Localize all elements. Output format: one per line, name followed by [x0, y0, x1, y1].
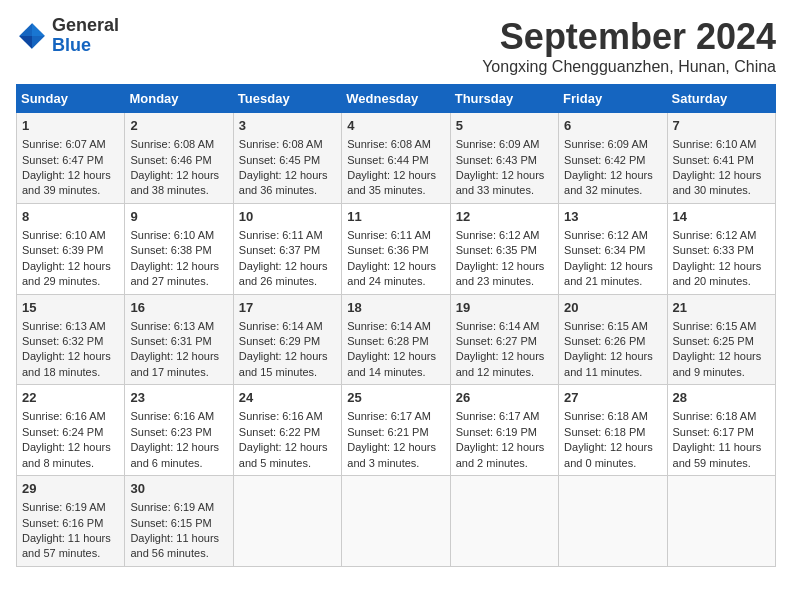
- day-info-line: Sunset: 6:31 PM: [130, 334, 227, 349]
- day-info-line: Sunrise: 6:10 AM: [22, 228, 119, 243]
- day-number: 14: [673, 208, 770, 226]
- day-number: 2: [130, 117, 227, 135]
- calendar-cell: 16Sunrise: 6:13 AMSunset: 6:31 PMDayligh…: [125, 294, 233, 385]
- day-info-line: Daylight: 11 hours: [130, 531, 227, 546]
- day-info-line: Sunset: 6:18 PM: [564, 425, 661, 440]
- day-info-line: Sunrise: 6:14 AM: [239, 319, 336, 334]
- calendar-cell: 17Sunrise: 6:14 AMSunset: 6:29 PMDayligh…: [233, 294, 341, 385]
- day-info-line: Daylight: 11 hours: [22, 531, 119, 546]
- day-info-line: Daylight: 12 hours: [239, 440, 336, 455]
- calendar-cell: 30Sunrise: 6:19 AMSunset: 6:15 PMDayligh…: [125, 476, 233, 567]
- calendar-cell: 23Sunrise: 6:16 AMSunset: 6:23 PMDayligh…: [125, 385, 233, 476]
- day-info-line: and 20 minutes.: [673, 274, 770, 289]
- day-info-line: and 6 minutes.: [130, 456, 227, 471]
- day-info-line: Daylight: 12 hours: [456, 440, 553, 455]
- day-info-line: and 33 minutes.: [456, 183, 553, 198]
- day-info-line: Sunrise: 6:12 AM: [564, 228, 661, 243]
- day-info-line: Sunset: 6:43 PM: [456, 153, 553, 168]
- day-info-line: and 9 minutes.: [673, 365, 770, 380]
- day-info-line: and 12 minutes.: [456, 365, 553, 380]
- weekday-header-sunday: Sunday: [17, 85, 125, 113]
- day-number: 12: [456, 208, 553, 226]
- day-info-line: Sunset: 6:22 PM: [239, 425, 336, 440]
- day-info-line: Daylight: 12 hours: [673, 168, 770, 183]
- day-info-line: Sunrise: 6:18 AM: [564, 409, 661, 424]
- day-info-line: and 17 minutes.: [130, 365, 227, 380]
- day-number: 25: [347, 389, 444, 407]
- day-info-line: Daylight: 12 hours: [130, 349, 227, 364]
- day-number: 3: [239, 117, 336, 135]
- calendar-cell: 6Sunrise: 6:09 AMSunset: 6:42 PMDaylight…: [559, 113, 667, 204]
- day-info-line: Daylight: 12 hours: [22, 259, 119, 274]
- calendar-cell: 19Sunrise: 6:14 AMSunset: 6:27 PMDayligh…: [450, 294, 558, 385]
- day-info-line: Daylight: 12 hours: [564, 440, 661, 455]
- calendar-cell: 8Sunrise: 6:10 AMSunset: 6:39 PMDaylight…: [17, 203, 125, 294]
- day-info-line: Sunrise: 6:08 AM: [347, 137, 444, 152]
- day-info-line: Sunrise: 6:12 AM: [456, 228, 553, 243]
- day-info-line: Sunset: 6:21 PM: [347, 425, 444, 440]
- day-info-line: Sunrise: 6:17 AM: [456, 409, 553, 424]
- day-info-line: Sunrise: 6:18 AM: [673, 409, 770, 424]
- day-info-line: and 5 minutes.: [239, 456, 336, 471]
- day-info-line: Sunset: 6:38 PM: [130, 243, 227, 258]
- day-info-line: and 15 minutes.: [239, 365, 336, 380]
- day-info-line: Sunset: 6:24 PM: [22, 425, 119, 440]
- day-info-line: Sunset: 6:27 PM: [456, 334, 553, 349]
- day-info-line: and 3 minutes.: [347, 456, 444, 471]
- day-info-line: Daylight: 12 hours: [239, 259, 336, 274]
- day-number: 4: [347, 117, 444, 135]
- day-number: 8: [22, 208, 119, 226]
- calendar-cell: [342, 476, 450, 567]
- day-info-line: Daylight: 12 hours: [130, 440, 227, 455]
- day-info-line: Sunrise: 6:09 AM: [456, 137, 553, 152]
- calendar-cell: 5Sunrise: 6:09 AMSunset: 6:43 PMDaylight…: [450, 113, 558, 204]
- day-info-line: Daylight: 12 hours: [564, 349, 661, 364]
- day-info-line: and 30 minutes.: [673, 183, 770, 198]
- day-number: 27: [564, 389, 661, 407]
- day-number: 10: [239, 208, 336, 226]
- day-number: 13: [564, 208, 661, 226]
- logo-general: General: [52, 15, 119, 35]
- day-info-line: Sunrise: 6:14 AM: [456, 319, 553, 334]
- calendar-cell: 21Sunrise: 6:15 AMSunset: 6:25 PMDayligh…: [667, 294, 775, 385]
- day-info-line: and 8 minutes.: [22, 456, 119, 471]
- day-info-line: Sunrise: 6:19 AM: [22, 500, 119, 515]
- calendar-cell: 9Sunrise: 6:10 AMSunset: 6:38 PMDaylight…: [125, 203, 233, 294]
- day-info-line: Sunrise: 6:11 AM: [239, 228, 336, 243]
- day-info-line: Sunrise: 6:10 AM: [673, 137, 770, 152]
- day-info-line: Sunset: 6:34 PM: [564, 243, 661, 258]
- calendar-cell: 12Sunrise: 6:12 AMSunset: 6:35 PMDayligh…: [450, 203, 558, 294]
- day-number: 28: [673, 389, 770, 407]
- day-info-line: Daylight: 12 hours: [22, 440, 119, 455]
- day-info-line: Sunset: 6:44 PM: [347, 153, 444, 168]
- calendar-cell: 1Sunrise: 6:07 AMSunset: 6:47 PMDaylight…: [17, 113, 125, 204]
- day-number: 17: [239, 299, 336, 317]
- day-info-line: and 29 minutes.: [22, 274, 119, 289]
- calendar-cell: 18Sunrise: 6:14 AMSunset: 6:28 PMDayligh…: [342, 294, 450, 385]
- day-info-line: Sunset: 6:39 PM: [22, 243, 119, 258]
- day-info-line: Daylight: 12 hours: [347, 440, 444, 455]
- day-number: 6: [564, 117, 661, 135]
- calendar-cell: 26Sunrise: 6:17 AMSunset: 6:19 PMDayligh…: [450, 385, 558, 476]
- day-info-line: Sunrise: 6:15 AM: [564, 319, 661, 334]
- day-info-line: and 35 minutes.: [347, 183, 444, 198]
- day-number: 23: [130, 389, 227, 407]
- weekday-header-thursday: Thursday: [450, 85, 558, 113]
- day-info-line: Sunrise: 6:16 AM: [239, 409, 336, 424]
- day-info-line: Daylight: 12 hours: [22, 168, 119, 183]
- day-number: 20: [564, 299, 661, 317]
- day-info-line: Sunrise: 6:15 AM: [673, 319, 770, 334]
- day-info-line: Daylight: 12 hours: [456, 259, 553, 274]
- calendar-cell: 7Sunrise: 6:10 AMSunset: 6:41 PMDaylight…: [667, 113, 775, 204]
- calendar-cell: 13Sunrise: 6:12 AMSunset: 6:34 PMDayligh…: [559, 203, 667, 294]
- calendar-cell: 15Sunrise: 6:13 AMSunset: 6:32 PMDayligh…: [17, 294, 125, 385]
- logo: General Blue: [16, 16, 119, 56]
- day-info-line: Daylight: 11 hours: [673, 440, 770, 455]
- day-info-line: Sunset: 6:26 PM: [564, 334, 661, 349]
- svg-marker-1: [32, 23, 45, 36]
- day-info-line: Sunset: 6:17 PM: [673, 425, 770, 440]
- day-info-line: and 24 minutes.: [347, 274, 444, 289]
- day-info-line: Sunset: 6:28 PM: [347, 334, 444, 349]
- day-number: 19: [456, 299, 553, 317]
- day-info-line: Sunset: 6:32 PM: [22, 334, 119, 349]
